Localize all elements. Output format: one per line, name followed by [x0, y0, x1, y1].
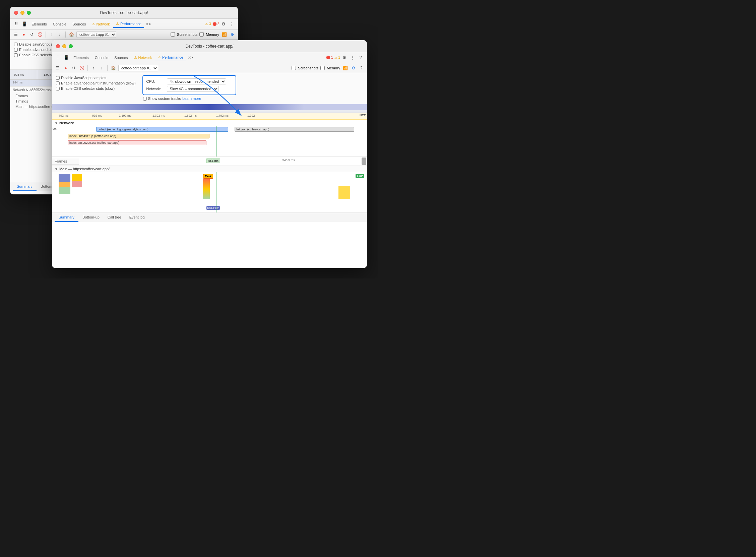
tab-network-front[interactable]: ⚠ Network — [131, 54, 154, 61]
network-section-header: ▼ Network — [52, 120, 367, 126]
tab-performance-back[interactable]: ⚠ Performance — [113, 21, 144, 28]
timeline-cursor-back — [37, 70, 37, 80]
list-json-bar: list.json (coffee-cart.app) — [235, 127, 354, 132]
target-select-back[interactable]: coffee-cart.app #1 — [77, 31, 116, 38]
call-tree-tab-front[interactable]: Call tree — [103, 213, 125, 222]
gear-back[interactable]: ⚙ — [229, 31, 235, 37]
js-samples-check-front[interactable] — [56, 76, 60, 80]
target-select-front[interactable]: coffee-cart.app #1 — [118, 65, 158, 71]
screenshots-check-back[interactable] — [171, 32, 175, 36]
summary-tab-back[interactable]: Summary — [13, 182, 36, 191]
reload-record-back[interactable]: ↺ — [29, 31, 35, 37]
css-check-front[interactable] — [56, 87, 60, 90]
record-btn-back[interactable]: ● — [21, 31, 27, 37]
more-tracks-icon: ... — [209, 148, 212, 152]
summary-tab-front[interactable]: Summary — [55, 213, 79, 222]
sub-tick-7: 1,992 — [247, 114, 255, 117]
window-title-back: DevTools - coffee-cart.app/ — [100, 10, 148, 15]
devtools-inspect-icon-front[interactable]: ⠿ — [55, 54, 62, 61]
screenshots-label-back: Screenshots — [177, 32, 198, 36]
reload-record-front[interactable]: ↺ — [71, 65, 77, 71]
cpu-throttle-select-front[interactable]: 4× slowdown – recommended — [167, 79, 226, 84]
record-btn-front[interactable]: ● — [63, 65, 69, 71]
home-front[interactable]: 🏠 — [110, 65, 116, 71]
device-toggle-icon[interactable]: 📱 — [21, 21, 28, 28]
network-conditions-front[interactable]: 📶 — [342, 65, 348, 71]
devtools-inspect-icon[interactable]: ⠿ — [13, 21, 20, 28]
more-tabs-front[interactable]: >> — [187, 54, 194, 61]
tab-bar-front: ⠿ 📱 Elements Console Sources ⚠ Network ⚠… — [52, 52, 367, 63]
paint-check-front[interactable] — [56, 82, 60, 85]
tab-performance-front[interactable]: ⚠ Performance — [155, 54, 186, 61]
triangle-icon: ▼ — [55, 121, 58, 125]
maximize-button-front[interactable] — [69, 44, 73, 48]
memory-label-front: Memory — [327, 66, 340, 70]
minimize-button-back[interactable] — [21, 11, 25, 15]
close-button-front[interactable] — [56, 44, 60, 48]
css-stats-row-front: Enable CSS selector stats (slow) — [56, 86, 136, 91]
paint-check-back[interactable] — [14, 48, 18, 52]
settings-icon-front[interactable]: ⚙ — [341, 54, 348, 61]
maximize-button-back[interactable] — [27, 11, 31, 15]
more-options-back[interactable]: ⋮ — [228, 21, 235, 28]
more-tabs-back[interactable]: >> — [145, 21, 152, 28]
upload-front[interactable]: ↑ — [90, 65, 96, 71]
sub-tick-5: 1,592 ms — [184, 114, 197, 117]
memory-check-back[interactable] — [200, 32, 204, 36]
tab-network-back[interactable]: ⚠ Network — [89, 21, 113, 28]
js-samples-check-back[interactable] — [14, 42, 18, 46]
network-tracks-area: co... collect (region1.google-analytics.… — [52, 126, 367, 156]
sidebar-toggle-front[interactable]: ☰ — [55, 65, 61, 71]
settings-icon-back[interactable]: ⚙ — [220, 21, 227, 28]
main-marker-green — [216, 172, 216, 212]
sub-tick-3: 1,192 ms — [119, 114, 131, 117]
upload-back[interactable]: ↑ — [49, 31, 55, 37]
tab-sources-front[interactable]: Sources — [112, 54, 130, 61]
network-throttle-select-front[interactable]: Slow 4G – recommended — [167, 86, 219, 92]
net-ruler-front: 792 ms 992 ms 1,192 ms 1,392 ms 1,592 ms… — [52, 113, 367, 120]
sub-tick-2: 992 ms — [92, 114, 102, 117]
lcp-flame — [338, 186, 350, 199]
ruler-tick-1: 994 ms — [14, 73, 24, 77]
screenshots-check-front[interactable] — [292, 66, 296, 70]
tab-elements-front[interactable]: Elements — [71, 54, 91, 61]
event-log-tab-front[interactable]: Event log — [125, 213, 149, 222]
warn-badge-front: ⚠ 1 — [334, 56, 340, 59]
clear-back[interactable]: 🚫 — [37, 31, 43, 37]
tab-elements-back[interactable]: Elements — [29, 21, 50, 28]
bottom-up-tab-front[interactable]: Bottom-up — [79, 213, 103, 222]
home-back[interactable]: 🏠 — [68, 31, 74, 37]
cpu-throttle-row-front: CPU: 4× slowdown – recommended — [146, 78, 232, 85]
network-conditions-back[interactable]: 📶 — [221, 31, 227, 37]
frames-track: 88.1 ms 543.5 ms — [79, 157, 362, 166]
download-front[interactable]: ↓ — [98, 65, 104, 71]
error-badge-back: 🛑 2 — [212, 22, 219, 26]
tab-sources-back[interactable]: Sources — [70, 21, 88, 28]
throttle-box-front: CPU: 4× slowdown – recommended Network: … — [143, 75, 236, 95]
memory-check-front[interactable] — [320, 66, 325, 70]
network-throttle-row-front: Network: Slow 4G – recommended — [146, 85, 232, 92]
clear-front[interactable]: 🚫 — [79, 65, 85, 71]
tab-bar-back: ⠿ 📱 Elements Console Sources ⚠ Network ⚠… — [10, 19, 238, 29]
tab-console-front[interactable]: Console — [92, 54, 111, 61]
warn-badge-back: ⚠ 3 — [205, 22, 211, 26]
custom-tracks-check-front[interactable] — [143, 97, 147, 100]
network-warn-icon-back: ⚠ — [92, 22, 95, 26]
task-label: Task — [203, 174, 213, 179]
sidebar-toggle-back[interactable]: ☰ — [13, 31, 19, 37]
download-back[interactable]: ↓ — [57, 31, 63, 37]
device-toggle-icon-front[interactable]: 📱 — [63, 54, 70, 61]
minimize-button-front[interactable] — [62, 44, 66, 48]
css-check-back[interactable] — [14, 53, 18, 57]
screenshots-label-front: Screenshots — [298, 66, 319, 70]
learn-more-front[interactable]: Learn more — [182, 96, 201, 100]
help-front[interactable]: ? — [357, 54, 364, 61]
close-button-back[interactable] — [14, 11, 18, 15]
help-icon-front[interactable]: ? — [358, 65, 364, 71]
more-options-front[interactable]: ⋮ — [349, 54, 356, 61]
scrollbar-nub[interactable] — [362, 157, 366, 165]
gear-front[interactable]: ⚙ — [350, 65, 356, 71]
devtools-window-front: DevTools - coffee-cart.app/ ⠿ 📱 Elements… — [52, 40, 367, 268]
tab-console-back[interactable]: Console — [50, 21, 69, 28]
perf-warn-icon-front: ⚠ — [158, 55, 161, 59]
